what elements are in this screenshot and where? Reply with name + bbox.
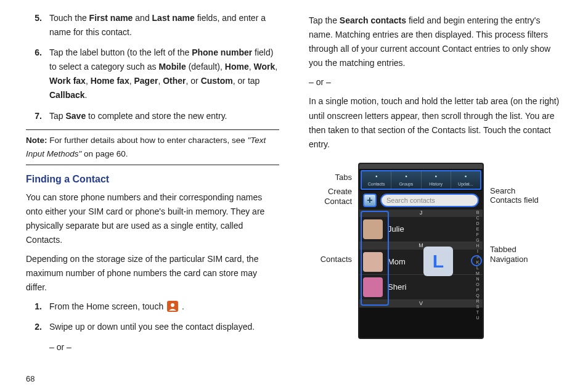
step-body: Touch the First name and Last name field…	[49, 11, 279, 39]
avatar	[363, 252, 383, 272]
index-letter[interactable]: B	[474, 210, 481, 215]
create-contact-button[interactable]: +	[363, 194, 377, 207]
phone-tabs[interactable]: ▪Contacts▪Groups▪History▪Updat...	[361, 170, 481, 190]
index-letter[interactable]: J	[474, 254, 481, 259]
index-letter[interactable]: R	[474, 298, 481, 304]
index-letter[interactable]: C	[474, 215, 481, 221]
list-divider: M	[359, 242, 483, 250]
avatar	[363, 219, 383, 239]
figure-right-labels: Search Contacts field Tabbed Navigation	[490, 163, 539, 264]
contact-row[interactable]: Julie	[359, 217, 483, 242]
step-item: 1.From the Home screen, touch .	[26, 300, 279, 314]
page-number: 68	[26, 374, 35, 383]
index-letter[interactable]: U	[474, 315, 481, 321]
step-body: Tap Save to complete and store the new e…	[49, 109, 279, 123]
label-search-field: Search Contacts field	[490, 186, 539, 205]
step-number: 1.	[26, 300, 42, 314]
index-letter[interactable]: O	[474, 282, 481, 287]
step-number: 5.	[26, 11, 42, 39]
phone-mock: ▪Contacts▪Groups▪History▪Updat... + Sear…	[358, 163, 484, 339]
list-divider: V	[359, 300, 483, 308]
contacts-app-icon	[167, 301, 178, 312]
paragraph: Tap the Search contacts field and begin …	[309, 14, 562, 70]
contacts-list[interactable]: JJulieMMomSheriV	[359, 210, 483, 308]
step-body: Tap the label button (to the left of the…	[49, 46, 279, 102]
index-letter[interactable]: I	[474, 248, 481, 254]
step-item: 5.Touch the First name and Last name fie…	[26, 11, 279, 39]
index-letter[interactable]: F	[474, 232, 481, 237]
index-letter[interactable]: P	[474, 287, 481, 293]
label-contacts: Contacts	[309, 255, 352, 264]
step-body: From the Home screen, touch .	[49, 300, 279, 314]
or-separator: – or –	[309, 75, 562, 89]
step-number: 6.	[26, 46, 42, 102]
index-letter[interactable]: M	[474, 271, 481, 276]
contact-name: Julie	[388, 223, 404, 235]
or-separator: – or –	[49, 340, 279, 354]
step-body: Swipe up or down until you see the conta…	[49, 320, 279, 334]
note-body: For further details about how to enter c…	[26, 136, 266, 158]
step-item: 6.Tap the label button (to the left of t…	[26, 46, 279, 102]
phone-tab[interactable]: ▪Contacts	[362, 171, 391, 189]
contact-name: Sheri	[388, 280, 406, 293]
substep-list: 1.From the Home screen, touch .2.Swipe u…	[26, 300, 279, 334]
figure-left-labels: Tabs Create Contact Contacts	[309, 163, 352, 264]
note: Note: For further details about how to e…	[26, 134, 279, 161]
paragraph: In a single motion, touch and hold the l…	[309, 94, 562, 151]
svg-point-1	[171, 303, 174, 307]
contacts-figure: Tabs Create Contact Contacts ▪Contacts▪G…	[309, 163, 562, 339]
index-letter[interactable]: N	[474, 276, 481, 282]
step-item: 7.Tap Save to complete and store the new…	[26, 109, 279, 123]
index-letter[interactable]: G	[474, 237, 481, 243]
contact-row[interactable]: Sheri	[359, 275, 483, 300]
alpha-index-strip[interactable]: BCDEFGHIJKLMNOPQRSTU	[474, 210, 481, 321]
phone-tab[interactable]: ▪Groups	[391, 171, 421, 189]
step-list: 5.Touch the First name and Last name fie…	[26, 11, 279, 123]
index-letter[interactable]: T	[474, 309, 481, 315]
avatar	[363, 277, 383, 297]
contact-name: Mom	[388, 255, 406, 268]
paragraph: You can store phone numbers and their co…	[26, 190, 279, 247]
status-bar	[359, 164, 483, 169]
index-letter[interactable]: E	[474, 226, 481, 232]
search-row: + Search contacts	[359, 191, 483, 210]
note-prefix: Note:	[26, 136, 47, 145]
index-letter[interactable]: Q	[474, 293, 481, 298]
step-number: 2.	[26, 320, 42, 334]
search-contacts-field[interactable]: Search contacts	[380, 194, 479, 207]
index-letter[interactable]: K	[474, 259, 481, 265]
contact-row[interactable]: Mom	[359, 250, 483, 275]
index-letter[interactable]: H	[474, 243, 481, 248]
index-letter[interactable]: L	[474, 265, 481, 271]
right-column: Tap the Search contacts field and begin …	[309, 11, 562, 360]
section-heading: Finding a Contact	[26, 171, 279, 187]
label-create-contact: Create Contact	[309, 187, 352, 206]
index-letter[interactable]: D	[474, 221, 481, 226]
rule	[26, 129, 279, 130]
label-tabs: Tabs	[309, 173, 352, 182]
label-tabbed-navigation: Tabbed Navigation	[490, 245, 539, 264]
step-item: 2.Swipe up or down until you see the con…	[26, 320, 279, 334]
phone-tab[interactable]: ▪Updat...	[451, 171, 480, 189]
rule	[26, 165, 279, 165]
step-number: 7.	[26, 109, 42, 123]
left-column: 5.Touch the First name and Last name fie…	[26, 11, 279, 360]
index-letter[interactable]: S	[474, 304, 481, 309]
paragraph: Depending on the storage size of the par…	[26, 252, 279, 295]
list-divider: J	[359, 210, 483, 217]
phone-tab[interactable]: ▪History	[422, 171, 451, 189]
letter-popup: L	[423, 247, 453, 276]
